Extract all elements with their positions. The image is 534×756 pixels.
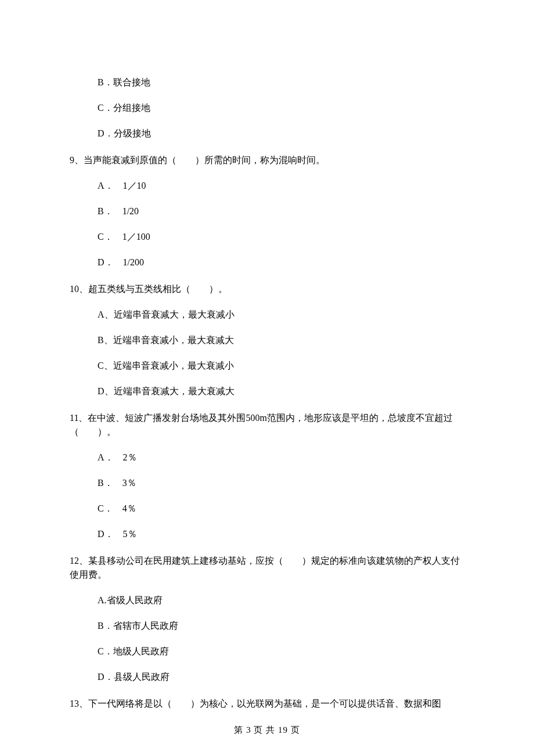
question-10-option-a: A、近端串音衰减大，最大衰减小 (98, 308, 464, 322)
question-10: 10、超五类线与五类线相比（ ）。 A、近端串音衰减大，最大衰减小 B、近端串音… (70, 282, 464, 398)
question-10-option-c: C、近端串音衰减小，最大衰减小 (98, 359, 464, 373)
question-12-option-b: B．省辖市人民政府 (98, 619, 464, 633)
question-12-option-c: C．地级人民政府 (98, 645, 464, 658)
question-9: 9、当声能衰减到原值的（ ）所需的时间，称为混响时间。 A． 1／10 B． 1… (70, 153, 464, 269)
orphan-option-b: B．联合接地 (98, 75, 464, 89)
question-11-option-d: D． 5％ (98, 527, 464, 541)
question-11-text: 11、在中波、短波广播发射台场地及其外围500m范围内，地形应该是平坦的，总坡度… (70, 411, 464, 439)
question-13-text: 13、下一代网络将是以（ ）为核心，以光联网为基础，是一个可以提供话音、数据和图 (70, 697, 464, 711)
question-11-option-c: C． 4％ (98, 502, 464, 516)
question-12: 12、某县移动公司在民用建筑上建移动基站，应按（ ）规定的标准向该建筑物的产权人… (70, 554, 464, 684)
page-content: B．联合接地 C．分组接地 D．分级接地 9、当声能衰减到原值的（ ）所需的时间… (0, 0, 534, 754)
question-9-option-a: A． 1／10 (98, 179, 464, 193)
question-10-option-b: B、近端串音衰减小，最大衰减大 (98, 333, 464, 347)
orphan-option-d: D．分级接地 (98, 127, 464, 141)
question-9-option-b: B． 1/20 (98, 204, 464, 218)
question-9-option-c: C． 1／100 (98, 230, 464, 244)
question-12-option-a: A.省级人民政府 (98, 593, 464, 607)
question-11-option-a: A． 2％ (98, 451, 464, 465)
page-footer: 第 3 页 共 19 页 (70, 723, 464, 737)
question-9-option-d: D． 1/200 (98, 255, 464, 269)
orphan-option-c: C．分组接地 (98, 101, 464, 115)
question-12-text: 12、某县移动公司在民用建筑上建移动基站，应按（ ）规定的标准向该建筑物的产权人… (70, 554, 464, 582)
question-10-text: 10、超五类线与五类线相比（ ）。 (70, 282, 464, 296)
question-13: 13、下一代网络将是以（ ）为核心，以光联网为基础，是一个可以提供话音、数据和图 (70, 697, 464, 711)
question-10-option-d: D、近端串音衰减大，最大衰减大 (98, 384, 464, 398)
question-11-option-b: B． 3％ (98, 476, 464, 490)
question-11: 11、在中波、短波广播发射台场地及其外围500m范围内，地形应该是平坦的，总坡度… (70, 411, 464, 541)
question-9-text: 9、当声能衰减到原值的（ ）所需的时间，称为混响时间。 (70, 153, 464, 167)
question-12-option-d: D．县级人民政府 (98, 670, 464, 684)
